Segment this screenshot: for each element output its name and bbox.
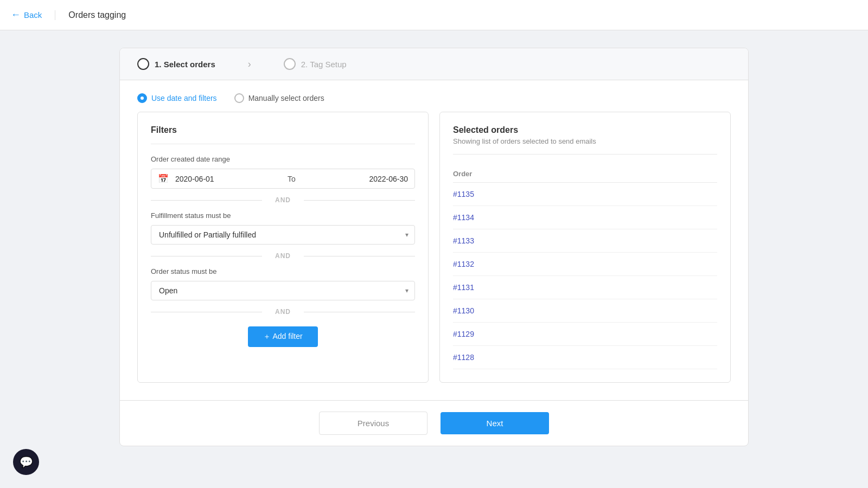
step-2-circle — [284, 58, 296, 70]
back-label: Back — [24, 10, 42, 20]
radio-manual-circle — [234, 93, 244, 103]
table-row: #1129 — [453, 323, 717, 346]
order-link[interactable]: #1128 — [453, 353, 474, 362]
orders-panel-subtitle: Showing list of orders selected to send … — [453, 137, 717, 155]
order-link[interactable]: #1133 — [453, 236, 474, 245]
fulfillment-select[interactable]: Unfulfilled or Partially fulfilled Fulfi… — [151, 225, 415, 245]
calendar-icon: 📅 — [158, 174, 169, 184]
selected-orders-panel: Selected orders Showing list of orders s… — [439, 112, 731, 383]
main-content: 1. Select orders › 2. Tag Setup Use date… — [0, 30, 868, 488]
step-header: 1. Select orders › 2. Tag Setup — [120, 48, 748, 80]
and-divider-3: AND — [151, 308, 415, 316]
radio-manual-label: Manually select orders — [248, 94, 324, 102]
add-filter-button[interactable]: ＋ Add filter — [248, 326, 317, 347]
step-1-circle — [137, 58, 149, 70]
and-divider-1: AND — [151, 196, 415, 204]
orders-panel-title: Selected orders — [453, 125, 717, 135]
table-row: #1135 — [453, 183, 717, 206]
step-1-label: 1. Select orders — [155, 60, 215, 69]
date-range-row: 📅 2020-06-01 To 2022-06-30 — [151, 169, 415, 189]
add-filter-label: Add filter — [272, 332, 302, 341]
order-status-select-wrapper: Open Closed Cancelled ▾ — [151, 281, 415, 300]
top-bar: ← Back Orders tagging — [0, 0, 868, 30]
previous-button[interactable]: Previous — [319, 412, 427, 435]
panels: Filters Order created date range 📅 2020-… — [120, 112, 748, 400]
table-row: #1128 — [453, 346, 717, 369]
order-status-label: Order status must be — [151, 267, 415, 275]
order-link[interactable]: #1134 — [453, 213, 474, 222]
bottom-nav: Previous Next — [120, 400, 748, 446]
step-2-label: 2. Tag Setup — [301, 60, 347, 69]
radio-use-date-label: Use date and filters — [151, 94, 217, 102]
step-1: 1. Select orders — [137, 58, 215, 70]
filters-title: Filters — [151, 125, 415, 144]
date-range-label: Order created date range — [151, 155, 415, 163]
fulfillment-label: Fulfillment status must be — [151, 211, 415, 220]
chat-icon: 💬 — [20, 455, 33, 468]
date-to-label: To — [288, 175, 296, 183]
table-row: #1132 — [453, 253, 717, 276]
radio-use-date[interactable]: Use date and filters — [137, 93, 217, 103]
order-link[interactable]: #1129 — [453, 330, 474, 338]
date-to-value: 2022-06-30 — [307, 175, 408, 183]
table-row: #1133 — [453, 229, 717, 253]
orders-list: #1135#1134#1133#1132#1131#1130#1129#1128 — [453, 183, 717, 369]
back-button[interactable]: ← Back — [11, 9, 42, 21]
next-button[interactable]: Next — [441, 412, 549, 434]
order-status-select[interactable]: Open Closed Cancelled — [151, 281, 415, 300]
order-link[interactable]: #1131 — [453, 283, 474, 292]
back-arrow-icon: ← — [11, 9, 21, 21]
order-link[interactable]: #1132 — [453, 260, 474, 268]
step-chevron-icon: › — [248, 59, 251, 70]
page-title: Orders tagging — [55, 10, 126, 20]
table-row: #1134 — [453, 206, 717, 229]
add-filter-plus-icon: ＋ — [263, 332, 271, 341]
main-card: 1. Select orders › 2. Tag Setup Use date… — [119, 48, 749, 446]
table-row: #1130 — [453, 299, 717, 323]
order-link[interactable]: #1135 — [453, 190, 474, 198]
radio-manual[interactable]: Manually select orders — [234, 93, 324, 103]
filters-panel: Filters Order created date range 📅 2020-… — [137, 112, 429, 383]
order-link[interactable]: #1130 — [453, 306, 474, 315]
radio-options: Use date and filters Manually select ord… — [120, 80, 748, 112]
fulfillment-select-wrapper: Unfulfilled or Partially fulfilled Fulfi… — [151, 225, 415, 245]
table-row: #1131 — [453, 276, 717, 299]
radio-use-date-circle — [137, 93, 147, 103]
chat-bubble[interactable]: 💬 — [13, 449, 39, 475]
orders-col-header: Order — [453, 165, 717, 183]
step-2: 2. Tag Setup — [284, 58, 347, 70]
and-divider-2: AND — [151, 252, 415, 260]
date-from: 2020-06-01 — [175, 175, 277, 183]
